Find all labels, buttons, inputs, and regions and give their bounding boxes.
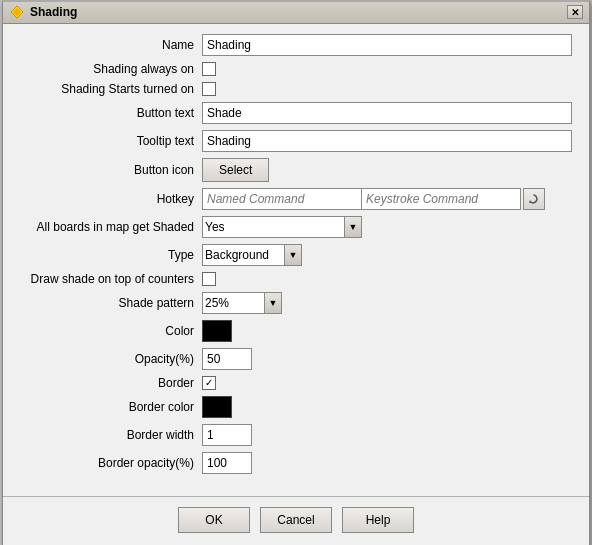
- title-bar: Shading ✕: [3, 2, 589, 24]
- title-bar-left: Shading: [9, 4, 77, 20]
- name-label: Name: [17, 38, 202, 52]
- shade-pattern-dropdown-wrapper: 25% 50% 75% 100% ▼: [202, 292, 282, 314]
- shading-dialog: Shading ✕ Name Shading always on Shading…: [2, 0, 590, 545]
- border-opacity-input[interactable]: [202, 452, 252, 474]
- shading-starts-checkbox[interactable]: [202, 82, 216, 96]
- select-button[interactable]: Select: [202, 158, 269, 182]
- all-boards-label: All boards in map get Shaded: [17, 220, 202, 234]
- border-label: Border: [17, 376, 202, 390]
- all-boards-row: All boards in map get Shaded Yes No ▼: [17, 216, 575, 238]
- svg-marker-2: [529, 200, 532, 203]
- shade-pattern-select[interactable]: 25% 50% 75% 100%: [202, 292, 282, 314]
- border-width-input[interactable]: [202, 424, 252, 446]
- border-color-swatch[interactable]: [202, 396, 232, 418]
- hotkey-label: Hotkey: [17, 192, 202, 206]
- tooltip-text-input[interactable]: [202, 130, 572, 152]
- shading-always-label: Shading always on: [17, 62, 202, 76]
- shade-pattern-row: Shade pattern 25% 50% 75% 100% ▼: [17, 292, 575, 314]
- shading-starts-row: Shading Starts turned on: [17, 82, 575, 96]
- button-text-row: Button text: [17, 102, 575, 124]
- draw-shade-row: Draw shade on top of counters: [17, 272, 575, 286]
- color-label: Color: [17, 324, 202, 338]
- shading-starts-label: Shading Starts turned on: [17, 82, 202, 96]
- close-button[interactable]: ✕: [567, 5, 583, 19]
- all-boards-select[interactable]: Yes No: [202, 216, 362, 238]
- type-dropdown-wrapper: Background Foreground ▼: [202, 244, 302, 266]
- app-icon: [9, 4, 25, 20]
- draw-shade-checkbox[interactable]: [202, 272, 216, 286]
- button-text-label: Button text: [17, 106, 202, 120]
- shading-always-row: Shading always on: [17, 62, 575, 76]
- dialog-footer: OK Cancel Help: [3, 496, 589, 545]
- border-opacity-label: Border opacity(%): [17, 456, 202, 470]
- tooltip-text-label: Tooltip text: [17, 134, 202, 148]
- button-text-input[interactable]: [202, 102, 572, 124]
- border-row: Border: [17, 376, 575, 390]
- all-boards-dropdown-wrapper: Yes No ▼: [202, 216, 362, 238]
- type-label: Type: [17, 248, 202, 262]
- color-swatch[interactable]: [202, 320, 232, 342]
- ok-button[interactable]: OK: [178, 507, 250, 533]
- named-command-input[interactable]: [202, 188, 362, 210]
- border-width-label: Border width: [17, 428, 202, 442]
- button-icon-label: Button icon: [17, 163, 202, 177]
- border-opacity-row: Border opacity(%): [17, 452, 575, 474]
- type-row: Type Background Foreground ▼: [17, 244, 575, 266]
- window-title: Shading: [30, 5, 77, 19]
- cancel-button[interactable]: Cancel: [260, 507, 332, 533]
- opacity-row: Opacity(%): [17, 348, 575, 370]
- border-checkbox[interactable]: [202, 376, 216, 390]
- shading-always-checkbox[interactable]: [202, 62, 216, 76]
- type-select[interactable]: Background Foreground: [202, 244, 302, 266]
- tooltip-text-row: Tooltip text: [17, 130, 575, 152]
- keystroke-command-input[interactable]: [361, 188, 521, 210]
- form-content: Name Shading always on Shading Starts tu…: [3, 24, 589, 490]
- name-row: Name: [17, 34, 575, 56]
- refresh-icon: [528, 193, 540, 205]
- shade-pattern-label: Shade pattern: [17, 296, 202, 310]
- hotkey-inputs: [202, 188, 545, 210]
- border-color-label: Border color: [17, 400, 202, 414]
- draw-shade-label: Draw shade on top of counters: [17, 272, 202, 286]
- border-color-row: Border color: [17, 396, 575, 418]
- border-width-row: Border width: [17, 424, 575, 446]
- button-icon-row: Button icon Select: [17, 158, 575, 182]
- color-row: Color: [17, 320, 575, 342]
- help-button[interactable]: Help: [342, 507, 414, 533]
- opacity-label: Opacity(%): [17, 352, 202, 366]
- name-input[interactable]: [202, 34, 572, 56]
- opacity-input[interactable]: [202, 348, 252, 370]
- hotkey-row: Hotkey: [17, 188, 575, 210]
- hotkey-refresh-button[interactable]: [523, 188, 545, 210]
